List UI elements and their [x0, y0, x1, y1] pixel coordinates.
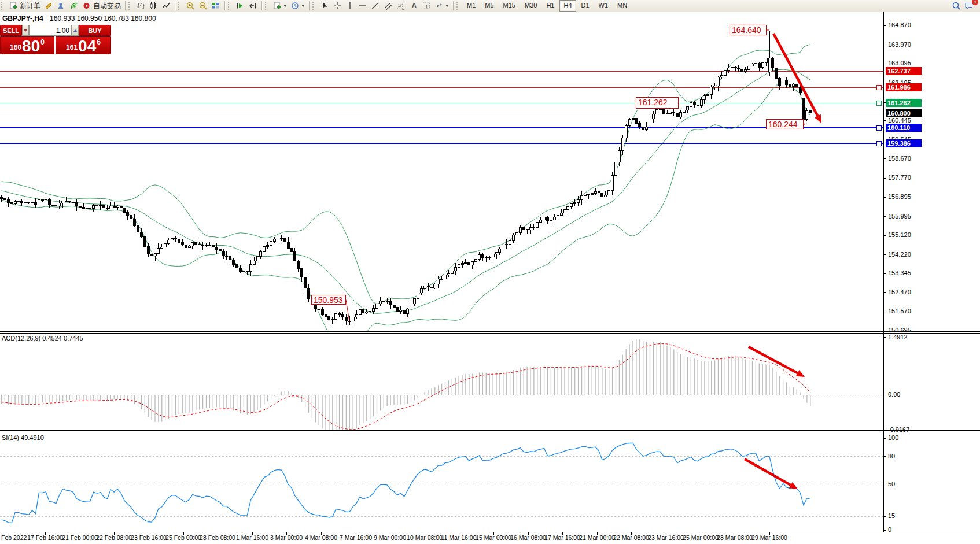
auto-scroll-icon[interactable]: [234, 1, 246, 11]
horizontal-line-icon[interactable]: [356, 1, 369, 11]
candle: [270, 239, 272, 247]
line-chart-icon[interactable]: [160, 1, 172, 11]
toolbar-grip[interactable]: [228, 2, 231, 10]
vertical-line-icon[interactable]: [344, 1, 356, 11]
search-icon[interactable]: [950, 1, 963, 11]
new-order-button[interactable]: 新订单: [7, 1, 42, 11]
cursor-icon[interactable]: [318, 1, 331, 11]
toolbar-grip[interactable]: [312, 2, 316, 10]
buy-price-display[interactable]: 161046: [56, 36, 111, 54]
volume-dropdown[interactable]: [22, 25, 29, 36]
candle: [461, 261, 463, 268]
zoom-group: [183, 0, 223, 12]
hline-anchor-square[interactable]: [876, 85, 881, 90]
candle: [550, 219, 552, 224]
toolbar-separator: [175, 1, 176, 10]
chevron-down-icon: [283, 5, 287, 7]
candle: [792, 83, 794, 91]
hline-anchor-square[interactable]: [876, 141, 881, 146]
zoom-out-icon[interactable]: [197, 1, 209, 11]
candle: [113, 202, 115, 208]
candle: [646, 122, 648, 131]
text-icon[interactable]: A: [407, 1, 420, 11]
candle: [41, 199, 43, 202]
equidistant-channel-icon[interactable]: [382, 1, 395, 11]
candle: [325, 311, 327, 320]
toolbar-grip[interactable]: [128, 2, 132, 10]
signals-icon[interactable]: [68, 1, 80, 11]
toolbar-grip[interactable]: [265, 2, 268, 10]
bar-chart-icon[interactable]: [134, 1, 147, 11]
candle: [407, 308, 409, 317]
macd-down-arrow[interactable]: [749, 347, 805, 377]
candle: [403, 310, 406, 315]
candle: [277, 235, 279, 240]
toolbar-grip[interactable]: [456, 2, 460, 10]
timeframe-button-m1[interactable]: M1: [463, 0, 480, 12]
trendline-icon[interactable]: [369, 1, 382, 11]
zoom-in-icon[interactable]: [184, 1, 197, 11]
arrows-icon[interactable]: [433, 1, 451, 11]
toolbar-grip[interactable]: [1, 2, 5, 10]
timeframe-button-m5[interactable]: M5: [481, 0, 498, 12]
timeframe-button-m30[interactable]: M30: [521, 0, 541, 12]
timeframe-button-mn[interactable]: MN: [613, 0, 631, 12]
objects-icon[interactable]: [42, 1, 55, 11]
candle: [130, 212, 132, 221]
autotrading-button[interactable]: 自动交易: [80, 1, 123, 11]
notification-badge: 1: [972, 0, 978, 5]
hline-anchor-square[interactable]: [876, 101, 881, 105]
notifications-icon[interactable]: 1: [963, 1, 975, 11]
chart-canvas[interactable]: [0, 0, 980, 544]
candle: [274, 237, 276, 242]
candle: [458, 260, 460, 268]
svg-text:T: T: [425, 3, 429, 9]
new-chart-icon[interactable]: [271, 1, 289, 11]
candle: [420, 286, 422, 295]
candle: [649, 115, 651, 129]
candle: [693, 101, 695, 108]
crosshair-icon[interactable]: [331, 1, 344, 11]
timeframe-button-d1[interactable]: D1: [577, 0, 594, 12]
fibonacci-icon[interactable]: E: [395, 1, 407, 11]
sell-price-display[interactable]: 160800: [0, 36, 54, 54]
candle: [710, 85, 713, 99]
toolbar-grip[interactable]: [178, 2, 182, 10]
timeframe-button-w1[interactable]: W1: [595, 0, 613, 12]
candle: [93, 204, 95, 212]
candle: [676, 110, 679, 120]
candle: [191, 242, 194, 249]
candle: [509, 240, 511, 247]
autotrading-button-label: 自动交易: [93, 1, 121, 11]
tile-windows-icon[interactable]: [209, 1, 222, 11]
candle: [51, 202, 54, 206]
volume-input[interactable]: [29, 25, 72, 36]
market-watch-icon[interactable]: [55, 1, 68, 11]
volume-stepper-up[interactable]: [72, 25, 79, 36]
bollinger-upper-band: [2, 45, 810, 304]
period-icon[interactable]: [289, 1, 307, 11]
candle: [311, 299, 313, 306]
candle: [413, 298, 415, 306]
candle: [195, 239, 197, 249]
text-label-icon[interactable]: T: [420, 1, 433, 11]
timeframe-button-h4[interactable]: H4: [559, 0, 576, 12]
buy-button[interactable]: BUY: [79, 25, 111, 36]
candle: [765, 58, 767, 66]
candle: [212, 243, 214, 252]
candle: [454, 263, 456, 275]
candle: [605, 191, 607, 197]
timeframe-button-m15[interactable]: M15: [499, 0, 520, 12]
timeframe-button-h1[interactable]: H1: [542, 0, 558, 12]
candle: [515, 231, 518, 235]
hline-anchor-square[interactable]: [876, 125, 881, 130]
candlestick-icon[interactable]: [147, 1, 160, 11]
toolbar-right-icons: 1: [950, 1, 980, 11]
candle: [540, 217, 542, 223]
svg-text:A: A: [412, 2, 417, 10]
sell-button[interactable]: SELL: [0, 25, 22, 36]
candle: [598, 190, 600, 198]
candle: [430, 287, 433, 288]
candle: [45, 198, 47, 203]
chart-shift-icon[interactable]: [246, 1, 259, 11]
